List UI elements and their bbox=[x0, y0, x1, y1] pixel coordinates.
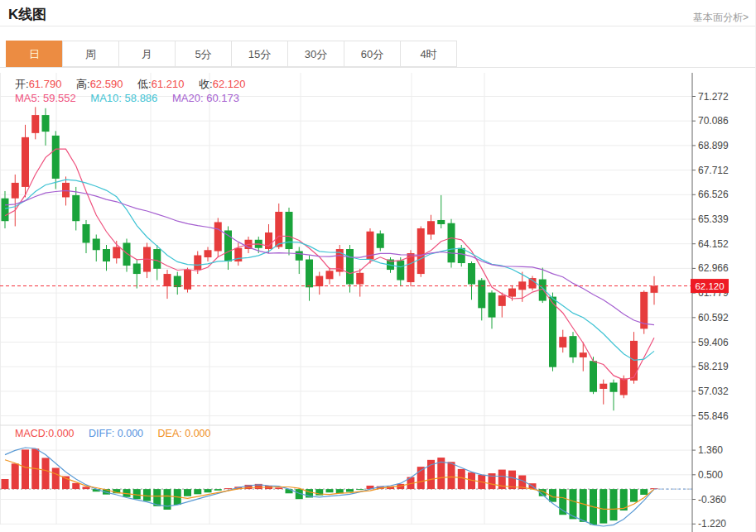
chart-area: 71.27270.08668.89967.71266.52665.33964.1… bbox=[0, 73, 756, 532]
svg-text:62.966: 62.966 bbox=[698, 262, 729, 274]
tab-60min[interactable]: 60分 bbox=[344, 41, 401, 67]
macd-histogram bbox=[2, 448, 658, 525]
kline-chart-panel: K线图 基本面分析> 日周月5分15分30分60分4时 71.27270.086… bbox=[0, 0, 756, 532]
svg-text:68.899: 68.899 bbox=[698, 140, 729, 151]
candlestick-series bbox=[2, 107, 658, 410]
header-divider bbox=[0, 26, 756, 26]
tab-4hour[interactable]: 4时 bbox=[400, 41, 457, 67]
kline-chart-canvas[interactable]: 71.27270.08668.89967.71266.52665.33964.1… bbox=[0, 73, 756, 532]
ma5-line bbox=[5, 149, 654, 380]
svg-text:71.272: 71.272 bbox=[698, 91, 729, 103]
svg-text:0.500: 0.500 bbox=[698, 469, 723, 481]
price-axis: 71.27270.08668.89967.71266.52665.33964.1… bbox=[692, 73, 729, 532]
svg-text:67.712: 67.712 bbox=[698, 165, 729, 176]
period-tabbar: 日周月5分15分30分60分4时 bbox=[7, 41, 457, 67]
tab-15min[interactable]: 15分 bbox=[231, 41, 288, 67]
tab-30min[interactable]: 30分 bbox=[287, 41, 344, 67]
current-price-badge: 62.120 bbox=[691, 279, 729, 293]
ma20-line bbox=[5, 190, 654, 324]
svg-text:62.120: 62.120 bbox=[695, 281, 724, 291]
svg-text:66.526: 66.526 bbox=[698, 189, 729, 200]
tab-week[interactable]: 周 bbox=[62, 41, 119, 67]
svg-text:-0.360: -0.360 bbox=[698, 494, 726, 506]
svg-text:55.846: 55.846 bbox=[698, 410, 729, 422]
svg-text:64.152: 64.152 bbox=[698, 238, 729, 250]
svg-text:60.592: 60.592 bbox=[698, 312, 729, 324]
svg-text:-1.220: -1.220 bbox=[698, 518, 726, 530]
page-title: K线图 bbox=[8, 5, 46, 24]
tab-5min[interactable]: 5分 bbox=[175, 41, 232, 67]
svg-text:65.339: 65.339 bbox=[698, 213, 729, 225]
svg-text:57.032: 57.032 bbox=[698, 386, 729, 397]
svg-text:1.360: 1.360 bbox=[698, 444, 723, 456]
tab-month[interactable]: 月 bbox=[118, 41, 176, 67]
tab-day[interactable]: 日 bbox=[6, 41, 63, 67]
macd-dea-line bbox=[5, 460, 654, 510]
svg-text:59.406: 59.406 bbox=[698, 337, 729, 348]
fundamental-analysis-link[interactable]: 基本面分析> bbox=[693, 11, 749, 25]
svg-text:58.219: 58.219 bbox=[698, 361, 729, 372]
svg-text:70.086: 70.086 bbox=[698, 115, 729, 127]
grid-lines bbox=[0, 73, 692, 525]
macd-diff-line bbox=[5, 448, 654, 526]
